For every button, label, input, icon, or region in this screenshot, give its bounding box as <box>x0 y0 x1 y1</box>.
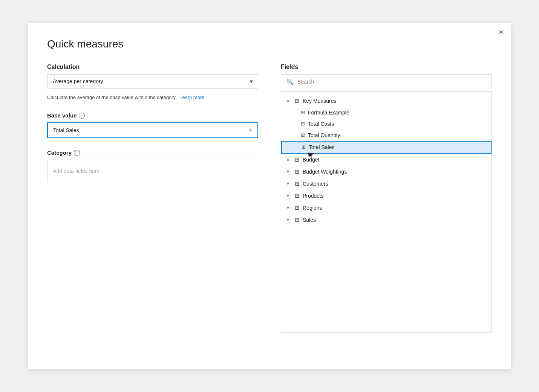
table-icon: ⊞ <box>295 192 300 199</box>
measure-icon: ⊞ <box>301 132 305 138</box>
measure-icon: ⊞ <box>302 144 306 150</box>
tree-item-total-costs[interactable]: ⊞Total Costs <box>281 118 492 130</box>
search-box: 🔍 <box>281 74 492 89</box>
close-button[interactable]: × <box>499 28 503 36</box>
base-value-info-icon: i <box>79 113 85 119</box>
tree-item-products[interactable]: ∨⊞Products <box>281 190 492 202</box>
tree-item-sales[interactable]: ∨⊞Sales <box>281 214 492 226</box>
table-icon: ⊞ <box>295 156 300 163</box>
content-layout: Calculation Average per category ▼ Calcu… <box>47 64 492 333</box>
fields-label: Fields <box>281 64 492 70</box>
tree-item-total-quantity[interactable]: ⊞Total Quantity <box>281 130 492 141</box>
table-icon: ⊞ <box>295 217 300 223</box>
tree-item-label: Budget <box>303 157 319 163</box>
chevron-icon: ∨ <box>286 205 292 210</box>
search-input[interactable] <box>297 79 486 85</box>
table-icon: ⊞ <box>295 168 300 175</box>
tree-item-label: Formula Example <box>308 110 349 116</box>
measure-icon: ⊞ <box>295 98 300 104</box>
tree-item-budget[interactable]: ∧⊞Budget <box>281 154 492 166</box>
tree-item-budget-weightings[interactable]: ∨⊞Budget Weightings <box>281 166 492 178</box>
tree-item-label: Total Sales <box>309 144 334 150</box>
tree-item-label: Customers <box>303 181 328 187</box>
measure-icon: ⊞ <box>301 110 305 115</box>
tree-item-label: Budget Weightings <box>303 169 347 175</box>
chevron-icon: ∨ <box>286 181 292 186</box>
chevron-icon: ∨ <box>286 169 292 174</box>
chevron-icon: ∧ <box>286 98 292 103</box>
category-info-icon: i <box>74 150 80 156</box>
chevron-icon: ∨ <box>286 217 292 222</box>
right-panel: Fields 🔍 ∧⊞Key Measures⊞Formula Example⊞… <box>281 64 492 333</box>
dialog-title: Quick measures <box>47 38 492 50</box>
tree-item-label: Products <box>303 193 323 199</box>
quick-measures-dialog: × Quick measures Calculation Average per… <box>28 23 511 369</box>
measure-icon: ⊞ <box>301 121 305 127</box>
tree-item-label: Total Quantity <box>308 132 340 138</box>
tree-item-customers[interactable]: ∨⊞Customers <box>281 178 492 190</box>
chevron-icon: ∨ <box>286 193 292 198</box>
tree-item-label: Regions <box>303 205 322 211</box>
base-value-text: Total Sales <box>53 127 79 133</box>
category-placeholder-text: Add data fields here <box>53 168 100 174</box>
calculation-dropdown[interactable]: Average per category <box>47 74 258 88</box>
category-drop-zone[interactable]: Add data fields here <box>47 160 258 182</box>
calculation-label: Calculation <box>47 64 258 70</box>
tree-item-label: Sales <box>303 217 316 223</box>
table-icon: ⊞ <box>295 180 300 187</box>
base-value-label: Base value i <box>47 112 258 119</box>
learn-more-link[interactable]: Learn more <box>179 95 204 100</box>
tree-item-formula-example[interactable]: ⊞Formula Example <box>281 107 492 118</box>
tree-item-label: Total Costs <box>308 121 334 127</box>
description-text: Calculate the average of the base value … <box>47 94 258 101</box>
tree-item-regions[interactable]: ∨⊞Regions <box>281 202 492 214</box>
chevron-icon: ∧ <box>286 157 292 162</box>
tree-item-total-sales[interactable]: ⊞Total Sales☛ <box>281 141 492 154</box>
fields-tree: ∧⊞Key Measures⊞Formula Example⊞Total Cos… <box>281 92 492 333</box>
base-value-clear-button[interactable]: × <box>249 127 252 134</box>
table-icon: ⊞ <box>295 204 300 211</box>
category-label: Category i <box>47 149 258 156</box>
left-panel: Calculation Average per category ▼ Calcu… <box>47 64 258 333</box>
calculation-dropdown-wrapper: Average per category ▼ <box>47 74 258 88</box>
base-value-input[interactable]: Total Sales × <box>47 122 258 138</box>
tree-item-label: Key Measures <box>303 98 336 104</box>
tree-item-key-measures[interactable]: ∧⊞Key Measures <box>281 95 492 107</box>
search-icon: 🔍 <box>286 78 294 85</box>
